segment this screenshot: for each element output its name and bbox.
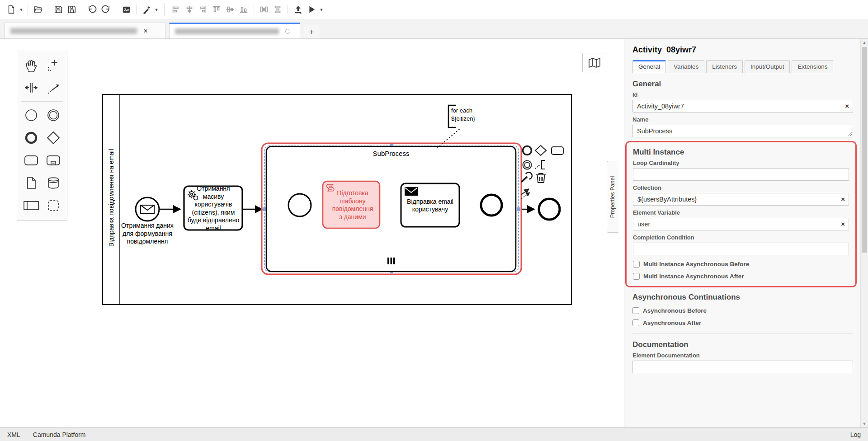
- clear-icon[interactable]: ×: [845, 102, 849, 110]
- completion-condition-field: Completion Condition: [633, 234, 849, 255]
- unsaved-indicator-icon: [285, 29, 290, 34]
- format-paint-caret-icon[interactable]: ▾: [153, 7, 160, 13]
- name-input[interactable]: [632, 125, 853, 137]
- palette: [17, 50, 67, 221]
- create-data-object[interactable]: [20, 172, 42, 194]
- create-gateway[interactable]: [42, 127, 64, 149]
- lasso-tool[interactable]: [42, 54, 64, 76]
- properties-panel-toggle[interactable]: Properties Panel: [607, 161, 618, 233]
- properties-tabs: General Variables Listeners Input/Output…: [632, 60, 853, 73]
- service-task[interactable]: [184, 186, 242, 230]
- redo-button[interactable]: [99, 3, 113, 16]
- element-variable-input[interactable]: [633, 218, 849, 230]
- async-section-heading: Asynchronous Continuations: [632, 293, 853, 302]
- tab-general[interactable]: General: [632, 60, 666, 73]
- create-participant-pool[interactable]: [20, 194, 42, 217]
- align-left-button[interactable]: [169, 3, 183, 16]
- close-icon[interactable]: ×: [143, 27, 148, 35]
- tab-input-output[interactable]: Input/Output: [745, 60, 790, 73]
- format-paint-button[interactable]: [140, 3, 153, 16]
- separator: [48, 5, 48, 14]
- loop-cardinality-input[interactable]: [633, 168, 849, 181]
- space-tool[interactable]: [20, 76, 42, 99]
- documentation-section: Documentation Element Documentation: [632, 333, 853, 373]
- scroll-up-icon[interactable]: ▲: [861, 39, 868, 46]
- properties-panel: Activity_08yiwr7 General Variables Liste…: [624, 39, 868, 427]
- tab-1-title-redacted: [10, 28, 137, 34]
- open-file-button[interactable]: [31, 3, 45, 16]
- subprocess-start-event[interactable]: [288, 194, 311, 216]
- element-documentation-input[interactable]: [632, 361, 853, 373]
- deploy-button[interactable]: [291, 3, 305, 16]
- diagram-canvas[interactable]: Відправка повідомлення на email Отриманн…: [0, 39, 624, 427]
- checkbox-icon[interactable]: [632, 319, 639, 326]
- tab-extensions[interactable]: Extensions: [792, 60, 833, 73]
- save-button[interactable]: [52, 3, 65, 16]
- align-top-button[interactable]: [210, 3, 223, 16]
- undo-button[interactable]: [85, 3, 99, 16]
- map-icon: [588, 57, 601, 69]
- align-center-button[interactable]: [183, 3, 196, 16]
- create-end-event[interactable]: [20, 127, 42, 149]
- name-field: Name: [632, 116, 853, 137]
- separator: [82, 5, 82, 14]
- message-start-event[interactable]: [136, 197, 159, 221]
- new-tab-button[interactable]: +: [304, 25, 319, 38]
- id-input[interactable]: [632, 100, 853, 113]
- distribute-horizontally-button[interactable]: [257, 3, 271, 16]
- engine-label[interactable]: Camunda Platform: [33, 431, 86, 438]
- palette-separator: [21, 101, 63, 102]
- minimap-toggle-button[interactable]: [582, 53, 606, 72]
- properties-scrollbar[interactable]: ▲ ▼: [860, 39, 868, 427]
- tab-bar: × +: [0, 19, 868, 39]
- create-start-event[interactable]: [20, 104, 42, 127]
- create-data-store[interactable]: [42, 172, 64, 194]
- end-event[interactable]: [539, 199, 560, 220]
- checkbox-icon[interactable]: [633, 273, 640, 280]
- tab-1[interactable]: ×: [5, 23, 165, 38]
- align-middle-button[interactable]: [223, 3, 237, 16]
- loop-cardinality-field: Loop Cardinality: [633, 160, 849, 181]
- create-task[interactable]: [20, 149, 42, 172]
- multi-instance-section-heading: Multi Instance: [633, 148, 849, 157]
- start-process-button[interactable]: [305, 3, 318, 16]
- script-task-highlighted[interactable]: [323, 181, 380, 228]
- distribute-vertically-button[interactable]: [271, 3, 284, 16]
- log-toggle[interactable]: Log: [850, 431, 861, 438]
- scroll-down-icon[interactable]: ▼: [861, 420, 868, 427]
- main-area: Відправка повідомлення на email Отриманн…: [0, 39, 868, 427]
- send-task[interactable]: [401, 183, 459, 227]
- checkbox-icon[interactable]: [632, 307, 639, 314]
- hand-tool[interactable]: [20, 54, 42, 76]
- clear-icon[interactable]: ×: [841, 195, 845, 203]
- camunda-modeler-window: ▾ ▾: [0, 0, 868, 441]
- checkbox-mi-async-after[interactable]: Multi Instance Asynchronous After: [633, 273, 849, 280]
- create-intermediate-event[interactable]: [42, 104, 64, 127]
- subprocess-end-event[interactable]: [481, 195, 502, 216]
- export-image-button[interactable]: [119, 3, 133, 16]
- xml-view-toggle[interactable]: XML: [7, 431, 20, 438]
- save-as-button[interactable]: [65, 3, 79, 16]
- scrollbar-thumb[interactable]: [862, 47, 867, 253]
- tab-listeners[interactable]: Listeners: [706, 60, 743, 73]
- new-file-caret-icon[interactable]: ▾: [18, 7, 24, 13]
- status-bar: XML Camunda Platform Log: [0, 427, 868, 441]
- completion-condition-input[interactable]: [633, 243, 849, 255]
- create-group[interactable]: [42, 194, 64, 217]
- tab-2-active[interactable]: [169, 23, 300, 38]
- checkbox-async-before[interactable]: Asynchronous Before: [632, 307, 853, 314]
- clear-icon[interactable]: ×: [841, 220, 845, 228]
- checkbox-async-after[interactable]: Asynchronous After: [632, 319, 853, 326]
- align-bottom-button[interactable]: [237, 3, 250, 16]
- collection-input[interactable]: [633, 193, 849, 206]
- create-subprocess[interactable]: [42, 149, 64, 172]
- tab-variables[interactable]: Variables: [668, 60, 704, 73]
- start-process-caret-icon[interactable]: ▾: [318, 7, 325, 13]
- align-right-button[interactable]: [196, 3, 210, 16]
- checkbox-icon[interactable]: [633, 261, 640, 267]
- global-connect-tool[interactable]: [42, 76, 64, 99]
- new-file-button[interactable]: [5, 3, 18, 16]
- separator: [116, 5, 116, 14]
- checkbox-mi-async-before[interactable]: Multi Instance Asynchronous Before: [633, 261, 849, 267]
- multi-instance-sequential-marker-icon: [387, 258, 395, 264]
